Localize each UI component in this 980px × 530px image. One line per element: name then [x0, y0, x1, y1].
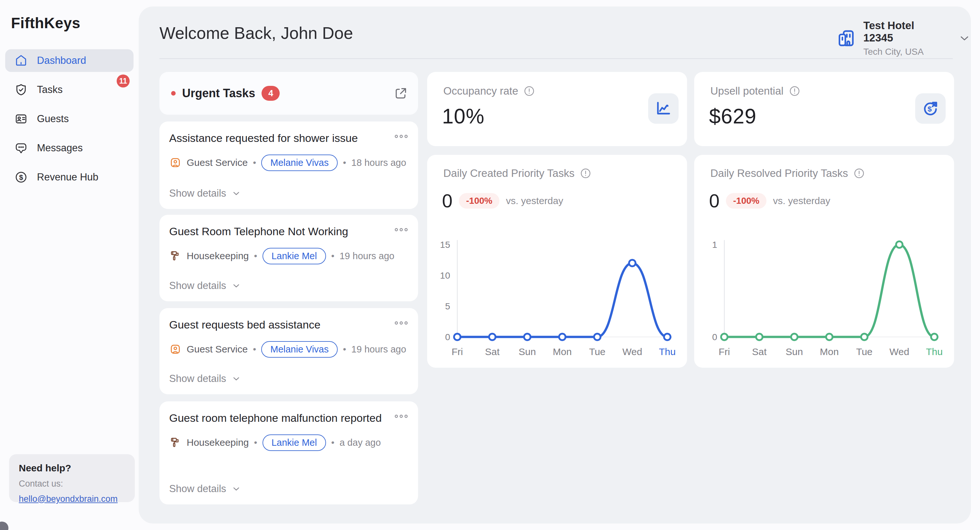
task-card: Guest requests bed assistance Guest Serv… [159, 308, 418, 394]
page-title: Welcome Back, John Doe [159, 23, 353, 43]
task-time: 19 hours ago [351, 344, 406, 355]
show-details-button[interactable]: Show details [169, 373, 241, 384]
occupancy-rate-value: 10% [442, 104, 485, 128]
building-icon [836, 28, 856, 48]
chart-current-value: 0 [442, 190, 452, 211]
svg-text:15: 15 [440, 240, 450, 250]
urgent-tasks-title: Urgent Tasks [182, 87, 255, 100]
task-card: Guest room telephone malfunction reporte… [159, 401, 418, 505]
hotel-location: Tech City, USA [863, 47, 940, 57]
task-department: Housekeeping [187, 251, 249, 262]
svg-text:0: 0 [445, 332, 450, 342]
help-box: Need help? Contact us: hello@beyondxbrai… [9, 454, 135, 502]
info-circle-icon[interactable] [523, 85, 535, 97]
svg-text:Thu: Thu [659, 346, 676, 357]
hotel-name: Test Hotel 12345 [863, 19, 940, 44]
svg-text:Tue: Tue [856, 346, 873, 357]
show-details-label: Show details [169, 280, 226, 292]
sidebar-item-guests[interactable]: Guests [5, 108, 134, 130]
svg-text:Fri: Fri [452, 346, 463, 357]
svg-text:$: $ [19, 173, 23, 181]
svg-text:Thu: Thu [926, 346, 943, 357]
info-circle-icon[interactable] [789, 85, 800, 97]
change-badge: -100% [459, 193, 500, 209]
svg-text:Wed: Wed [622, 346, 642, 357]
task-meta: Housekeeping • Lankie Mel • a day ago [169, 435, 408, 451]
task-time: a day ago [340, 437, 381, 448]
main-panel: Welcome Back, John Doe Test Hotel 12345 … [139, 6, 971, 524]
task-card: Guest Room Telephone Not Working Houseke… [159, 215, 418, 301]
paint-roller-icon [169, 250, 181, 262]
separator-dot: • [343, 344, 346, 354]
tasks-count-badge: 11 [117, 75, 130, 87]
line-chart-icon [648, 93, 679, 124]
sidebar-item-label: Messages [37, 142, 83, 154]
guest-service-icon [169, 157, 181, 169]
show-details-button[interactable]: Show details [169, 280, 241, 292]
sidebar-item-messages[interactable]: Messages [5, 137, 134, 159]
occupancy-rate-card: Occupancy rate 10% [427, 72, 687, 146]
svg-text:Sun: Sun [786, 346, 803, 357]
sidebar-item-tasks[interactable]: Tasks 11 [5, 78, 134, 101]
upsell-potential-card: Upsell potential $629 $ [694, 72, 954, 146]
sidebar-item-label: Dashboard [37, 55, 86, 67]
svg-text:Tue: Tue [589, 346, 606, 357]
assignee-chip[interactable]: Melanie Vivas [261, 154, 338, 171]
assignee-chip[interactable]: Lankie Mel [262, 248, 326, 264]
external-link-icon[interactable] [393, 86, 408, 101]
info-circle-icon[interactable] [580, 168, 592, 179]
svg-text:Mon: Mon [820, 346, 839, 357]
resolved-tasks-line-chart: 01FriSatSunMonTueWedThu [694, 155, 954, 368]
shield-check-icon [14, 83, 28, 97]
task-title: Guest Room Telephone Not Working [169, 224, 348, 240]
task-title: Guest room telephone malfunction reporte… [169, 411, 382, 426]
task-card: Assistance requested for shower issue Gu… [159, 122, 418, 209]
dots-menu-icon[interactable] [394, 130, 408, 142]
chevron-down-icon [231, 281, 241, 290]
dots-menu-icon[interactable] [394, 224, 408, 235]
separator-dot: • [331, 251, 334, 261]
task-meta: Guest Service • Melanie Vivas • 18 hours… [169, 154, 408, 171]
separator-dot: • [253, 157, 256, 168]
chart-title: Daily Created Priority Tasks [443, 167, 574, 179]
info-circle-icon[interactable] [853, 168, 865, 179]
task-title: Guest requests bed assistance [169, 317, 320, 333]
header-divider [159, 58, 953, 59]
show-details-label: Show details [169, 187, 226, 199]
dollar-refresh-icon: $ [915, 93, 946, 124]
dots-menu-icon[interactable] [394, 317, 408, 329]
task-meta: Guest Service • Melanie Vivas • 19 hours… [169, 341, 408, 358]
show-details-button[interactable]: Show details [169, 187, 241, 199]
app-logo: FifthKeys [11, 14, 80, 32]
chevron-down-icon [231, 374, 241, 384]
urgent-tasks-header-card: Urgent Tasks 4 [159, 72, 418, 115]
dots-menu-icon[interactable] [394, 411, 408, 422]
chevron-down-icon [231, 189, 241, 198]
chevron-down-icon[interactable] [958, 32, 971, 45]
assignee-chip[interactable]: Lankie Mel [262, 435, 326, 451]
sidebar-item-dashboard[interactable]: Dashboard [5, 49, 134, 72]
partial-corner-element [0, 522, 8, 530]
assignee-chip[interactable]: Melanie Vivas [261, 341, 338, 358]
help-email-link[interactable]: hello@beyondxbrain.com [19, 494, 118, 504]
hotel-selector[interactable]: Test Hotel 12345 Tech City, USA [836, 19, 971, 57]
svg-text:1: 1 [712, 240, 717, 250]
task-title: Assistance requested for shower issue [169, 130, 358, 146]
task-time: 19 hours ago [340, 251, 395, 262]
separator-dot: • [343, 157, 346, 168]
show-details-label: Show details [169, 483, 226, 495]
show-details-button[interactable]: Show details [169, 483, 241, 495]
task-meta: Housekeeping • Lankie Mel • 19 hours ago [169, 248, 408, 264]
daily-resolved-chart-card: 01FriSatSunMonTueWedThu Daily Resolved P… [694, 155, 954, 368]
separator-dot: • [254, 251, 257, 261]
svg-text:Sat: Sat [752, 346, 767, 357]
sidebar-item-label: Guests [37, 113, 69, 125]
urgent-dot-icon [171, 91, 176, 95]
separator-dot: • [253, 344, 256, 354]
svg-text:Sat: Sat [485, 346, 500, 357]
chat-bubble-icon [14, 141, 28, 155]
show-details-label: Show details [169, 373, 226, 384]
sidebar-item-revenue-hub[interactable]: $ Revenue Hub [5, 166, 134, 189]
daily-created-chart-card: 051015FriSatSunMonTueWedThu Daily Create… [427, 155, 687, 368]
sidebar-item-label: Tasks [37, 84, 62, 95]
